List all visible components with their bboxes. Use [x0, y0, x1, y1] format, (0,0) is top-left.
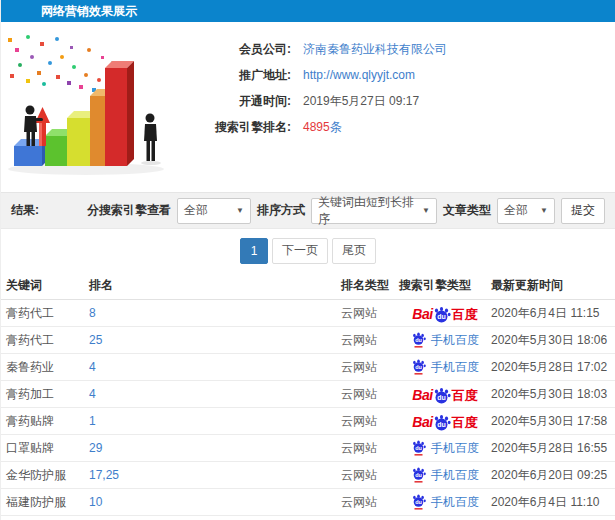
cell-rank: 8 [89, 306, 341, 320]
last-page-button[interactable]: 尾页 [332, 238, 376, 264]
cell-engine: du 手机百度 [399, 359, 491, 376]
cell-rank-type: 云网站 [341, 494, 399, 511]
svg-text:du: du [415, 337, 422, 343]
cell-engine: du 手机百度 [399, 440, 491, 457]
mobile-baidu-paw-icon: du [411, 332, 426, 348]
svg-text:du: du [437, 421, 446, 428]
rank-link[interactable]: 29 [89, 441, 102, 455]
cell-rank-type: 云网站 [341, 332, 399, 349]
article-type-label: 文章类型 [443, 202, 491, 219]
rank-count-value: 4895条 [303, 119, 342, 136]
article-type-value: 全部 [504, 202, 528, 219]
baidu-bai-text: Bai [412, 415, 432, 429]
cell-rank: 17,25 [89, 468, 341, 482]
cell-keyword: 口罩贴牌 [6, 440, 89, 457]
baidu-mobile-logo: du 手机百度 [411, 332, 479, 349]
cell-updated: 2020年6月4日 11:10 [491, 494, 615, 511]
rank-link[interactable]: 25 [89, 333, 102, 347]
page-1-button[interactable]: 1 [240, 238, 268, 264]
svg-text:du: du [415, 499, 422, 505]
sort-select[interactable]: 关键词由短到长排序 ▼ [311, 198, 437, 224]
cell-keyword: 金华防护服 [6, 467, 89, 484]
bar-red [105, 61, 134, 166]
company-link[interactable]: 济南秦鲁药业科技有限公司 [303, 41, 447, 58]
engine-select[interactable]: 全部 ▼ [177, 198, 251, 224]
rank-link[interactable]: 17,25 [89, 468, 119, 482]
pagination: 1 下一页 尾页 [1, 229, 615, 272]
rank-count-unit: 条 [330, 120, 342, 134]
baidu-bai-text: Bai [412, 307, 432, 321]
company-label: 会员公司: [179, 41, 291, 58]
info-row-company: 会员公司: 济南秦鲁药业科技有限公司 [179, 36, 615, 62]
article-type-select[interactable]: 全部 ▼ [497, 198, 555, 224]
table-body: 膏药代工 8 云网站 Bai du 百度 2020年6月4日 11:15 膏药代… [1, 300, 615, 516]
cell-updated: 2020年5月30日 18:03 [491, 386, 615, 403]
mobile-baidu-text: 手机百度 [431, 332, 479, 349]
cell-engine: du 手机百度 [399, 494, 491, 511]
result-label: 结果: [11, 202, 39, 219]
submit-button[interactable]: 提交 [561, 198, 605, 224]
baidu-bai-text: Bai [412, 388, 432, 402]
cell-rank-type: 云网站 [341, 467, 399, 484]
businessman-right [141, 114, 161, 166]
url-label: 推广地址: [179, 67, 291, 84]
table-row: 膏药代工 8 云网站 Bai du 百度 2020年6月4日 11:15 [1, 300, 615, 327]
rank-link[interactable]: 8 [89, 306, 96, 320]
baidu-mobile-logo: du 手机百度 [411, 359, 479, 376]
opened-time: 2019年5月27日 09:17 [303, 93, 419, 110]
chevron-down-icon: ▼ [236, 206, 244, 215]
engine-filter-label: 分搜索引擎查看 [87, 202, 171, 219]
cell-rank: 4 [89, 387, 341, 401]
mobile-baidu-paw-icon: du [411, 494, 426, 510]
filter-group: 分搜索引擎查看 全部 ▼ 排序方式 关键词由短到长排序 ▼ 文章类型 全部 ▼ … [87, 198, 605, 224]
cell-rank: 29 [89, 441, 341, 455]
svg-text:du: du [415, 364, 422, 370]
rank-link[interactable]: 4 [89, 387, 96, 401]
member-info: 会员公司: 济南秦鲁药业科技有限公司 推广地址: http://www.qlyy… [179, 22, 615, 140]
cell-engine: du 手机百度 [399, 467, 491, 484]
cell-rank: 10 [89, 495, 341, 509]
mobile-baidu-text: 手机百度 [431, 359, 479, 376]
cell-updated: 2020年6月20日 09:25 [491, 467, 615, 484]
cell-updated: 2020年5月30日 18:06 [491, 332, 615, 349]
rank-link[interactable]: 1 [89, 414, 96, 428]
cell-updated: 2020年6月4日 11:15 [491, 305, 615, 322]
svg-text:du: du [415, 445, 422, 451]
table-row: 金华防护服 17,25 云网站 du 手机百度 2020年6月20日 09:25 [1, 462, 615, 489]
opened-label: 开通时间: [179, 93, 291, 110]
svg-text:du: du [415, 472, 422, 478]
cell-updated: 2020年5月28日 17:02 [491, 359, 615, 376]
rank-link[interactable]: 10 [89, 495, 102, 509]
baidu-pc-logo: Bai du 百度 [412, 414, 477, 429]
svg-text:du: du [437, 394, 446, 401]
baidu-pc-logo: Bai du 百度 [412, 387, 477, 402]
cell-rank-type: 云网站 [341, 305, 399, 322]
svg-text:du: du [437, 313, 446, 320]
cell-keyword: 膏药代工 [6, 332, 89, 349]
sort-select-value: 关键词由短到长排序 [318, 194, 416, 228]
table-row: 膏药贴牌 1 云网站 Bai du 百度 2020年5月30日 17:58 [1, 408, 615, 435]
mobile-baidu-paw-icon: du [411, 467, 426, 483]
rank-link[interactable]: 4 [89, 360, 96, 374]
chevron-down-icon: ▼ [422, 206, 430, 215]
header-engine-type: 搜索引擎类型 [399, 277, 491, 294]
table-row: 秦鲁药业 4 云网站 du 手机百度 2020年5月28日 17:02 [1, 354, 615, 381]
cell-rank-type: 云网站 [341, 440, 399, 457]
rank-count-number: 4895 [303, 120, 330, 134]
next-page-button[interactable]: 下一页 [272, 238, 328, 264]
baidu-paw-icon: du [432, 414, 451, 431]
header-rank: 排名 [89, 277, 341, 294]
baidu-cn-text: 百度 [452, 416, 478, 429]
cell-updated: 2020年5月30日 17:58 [491, 413, 615, 430]
info-row-rank-count: 搜索引擎排名: 4895条 [179, 114, 615, 140]
cell-updated: 2020年5月28日 16:55 [491, 440, 615, 457]
rank-count-label: 搜索引擎排名: [179, 119, 291, 136]
mobile-baidu-text: 手机百度 [431, 467, 479, 484]
sort-filter-label: 排序方式 [257, 202, 305, 219]
cell-keyword: 福建防护服 [6, 494, 89, 511]
confetti-dots [8, 35, 115, 95]
cell-rank-type: 云网站 [341, 359, 399, 376]
filter-bar: 结果: 分搜索引擎查看 全部 ▼ 排序方式 关键词由短到长排序 ▼ 文章类型 全… [1, 192, 615, 229]
promotion-url-link[interactable]: http://www.qlyyjt.com [303, 68, 415, 82]
table-row: 膏药代工 25 云网站 du 手机百度 2020年5月30日 18:06 [1, 327, 615, 354]
